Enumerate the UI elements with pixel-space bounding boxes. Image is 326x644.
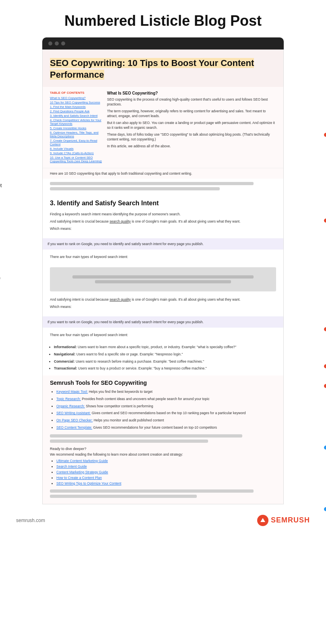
section-para-3: And satisfying intent is crucial because…: [50, 297, 276, 302]
blog-summary: Here are 10 SEO copywriting tips that ap…: [43, 168, 283, 179]
readings-dot: [324, 507, 326, 511]
body-item-3: Support each item on your list with:: [0, 244, 2, 251]
title-item-4: Include a Number: [0, 132, 2, 139]
toc-item-11[interactable]: 9. Include CTAs (Calls-to-Action): [50, 151, 102, 155]
footer: semrush.com SEMRUSH: [0, 508, 326, 533]
browser-bar: [42, 37, 284, 50]
body-annotation: Body Use an <H2> for each list item Numb…: [0, 215, 2, 320]
placeholder-bars-2: [50, 434, 276, 443]
blog-section-2: There are four main types of keyword sea…: [43, 252, 283, 264]
semrush-svg: [260, 517, 266, 524]
reading-item-5: SEO Writing Tips to Optimize Your Conten…: [56, 481, 276, 485]
toc-item-6[interactable]: 4. Check Competitors' Articles for Your …: [50, 118, 102, 126]
toc-box: TABLE OF CONTENTS What Is SEO Copywritin…: [50, 91, 102, 164]
body-list: Use an <H2> for each list item Number ea…: [0, 226, 2, 251]
toc-item-9[interactable]: 7. Create Organized, Easy-to-Read Conten…: [50, 139, 102, 146]
tool-item-6: SEO Content Template: Gives SEO recommen…: [56, 425, 276, 430]
browser-dot-3: [61, 41, 65, 45]
toc-item-5[interactable]: 3. Identify and Satisfy Search Intent: [50, 114, 102, 118]
bullet-dot: [324, 364, 326, 368]
bold-dot: [324, 384, 326, 388]
main-layout: Title Start with a number (Top 10, 5 Bes…: [10, 37, 316, 504]
tool-text-6: Gives SEO recommendations for your futur…: [93, 425, 217, 429]
intro-item-3: Write a Short or No Intro at All: [0, 198, 2, 205]
conclusion-list: Pull everything together by restating th…: [0, 340, 2, 413]
tool-link-4[interactable]: SEO Writing Assistant:: [56, 411, 91, 415]
toc-item-2[interactable]: 10 Tips for SEO Copywriting Success: [50, 101, 102, 104]
page-title: Numbered Listicle Blog Post: [0, 12, 326, 29]
tool-item-1: Keyword Magic Tool: Helps you find the b…: [56, 389, 276, 394]
conclusion-item-2: Include a call to action, such as a link…: [0, 363, 2, 397]
footer-domain: semrush.com: [16, 518, 45, 523]
reading-link-3[interactable]: Content Marketing Strategy Guide: [56, 470, 108, 474]
tool-link-1[interactable]: Keyword Magic Tool:: [56, 390, 88, 394]
conclusion-section: Semrush Tools for SEO Copywriting Keywor…: [43, 376, 283, 504]
bullet-label-2: Navigational:: [54, 352, 75, 356]
readings-annot: Includes a section with recommended read…: [324, 506, 326, 526]
what-is-para-3: But it can also apply to SEO. You can cr…: [107, 121, 276, 130]
blog-title: SEO Copywriting: 10 Tips to Boost Your C…: [50, 58, 254, 80]
bullet-text-4: Users want to buy a product or service. …: [78, 366, 207, 370]
reading-link-2[interactable]: Search Intent Guide: [56, 464, 87, 469]
body-extra: Use Concise Subheadings: [0, 313, 2, 320]
reading-list: Ultimate Content Marketing Guide Search …: [50, 459, 276, 485]
bullet-item-4: Transactional: Users want to buy a produ…: [54, 366, 276, 371]
quote-text-1: If you want to rank on Google, you need …: [47, 242, 204, 246]
tool-link-3[interactable]: Organic Research:: [56, 404, 85, 408]
explanation-dot: [324, 133, 326, 137]
blog-section-1: Finding a keyword's search intent means …: [43, 209, 283, 235]
intro-list: Open with your main selling point (How w…: [0, 160, 2, 205]
blog-section-3: And satisfying intent is crucial because…: [43, 295, 283, 314]
bullet-label-1: Informational:: [54, 345, 77, 349]
browser-content: SEO Copywriting: 10 Tips to Boost Your C…: [42, 50, 284, 504]
intro-item-1: Open with your main selling point (How w…: [0, 160, 2, 180]
tool-text-1: Helps you find the best keywords to targ…: [89, 390, 153, 394]
tool-link-2[interactable]: Topic Research:: [56, 397, 81, 401]
toc-item-3[interactable]: 1. Find the Main Keywords: [50, 105, 102, 109]
descriptive-dot: [324, 219, 326, 223]
right-annotations: Explanation Descriptive and numbered sub…: [324, 37, 326, 533]
toc-item-1[interactable]: What Is SEO Copywriting?: [50, 96, 102, 100]
blog-section-4: There are four main types of keyword sea…: [43, 330, 283, 342]
footer-logo-text: SEMRUSH: [271, 516, 310, 524]
body-sub-list: A supporting image (or even a video!) Ad…: [0, 253, 2, 310]
blog-h2: 3. Identify and Satisfy Search Intent: [43, 196, 283, 209]
toc-item-12[interactable]: 10. Use a Topic or Content SEO Copywriti…: [50, 156, 102, 163]
reading-link-1[interactable]: Ultimate Content Marketing Guide: [56, 459, 108, 463]
title-item-1: Start with a number (Top 10, 5 Best, 7 T…: [0, 85, 2, 98]
conclusion-section-title: Semrush Tools for SEO Copywriting: [50, 380, 276, 386]
reading-link-5[interactable]: SEO Writing Tips to Optimize Your Conten…: [56, 481, 121, 485]
bold-annot: Bold text: [324, 383, 326, 396]
semrush-icon: [257, 515, 268, 526]
blog-two-column: TABLE OF CONTENTS What Is SEO Copywritin…: [43, 87, 283, 168]
quote-box-1: If you want to rank on Google, you need …: [43, 238, 283, 250]
tool-item-4: SEO Writing Assistant: Gives content and…: [56, 411, 276, 416]
title-item-3: Include your target keyword: [0, 123, 2, 130]
bullet-item-1: Informational: Users want to learn more …: [54, 345, 276, 350]
intro-annotation: Introduction Open with your main selling…: [0, 149, 2, 205]
section-para-1: Finding a keyword's search intent means …: [50, 212, 276, 217]
tool-link-6[interactable]: SEO Content Template:: [56, 425, 92, 429]
bullet-label-4: Transactional:: [54, 366, 77, 370]
search-quality-link-2[interactable]: search quality: [109, 297, 130, 301]
bullet-annot: Bullet points: [324, 363, 326, 377]
toc-item-7[interactable]: 5. Create Irresistible Hooks: [50, 126, 102, 130]
img-bar-1: [72, 275, 254, 279]
conclusion-item-1: Pull everything together by restating th…: [0, 340, 2, 360]
bullet-text-1: Users want to learn more about a specifi…: [78, 345, 236, 349]
descriptive-annot: Descriptive and numbered subheading: [324, 218, 326, 238]
toc-item-8[interactable]: 6. Optimize Headers, Title Tags, and Met…: [50, 131, 102, 138]
body-extra-list: Use Concise Subheadings: [0, 313, 2, 320]
tool-link-5[interactable]: On Page SEO Checker:: [56, 418, 93, 422]
reading-item-2: Search Intent Guide: [56, 464, 276, 469]
browser-dot-1: [48, 41, 52, 45]
toc-title: TABLE OF CONTENTS: [50, 91, 102, 95]
toc-item-10[interactable]: 8. Include Visuals: [50, 147, 102, 151]
toc-item-4[interactable]: 2. Find Questions People Ask: [50, 109, 102, 113]
tools-annot: Provides tools as a bonus: [324, 445, 326, 458]
image-placeholder-1: [50, 267, 276, 291]
reading-link-4[interactable]: How to Create a Content Plan: [56, 476, 102, 480]
reading-item-1: Ultimate Content Marketing Guide: [56, 459, 276, 463]
body-item-2: Number each item if it makes sense: [0, 235, 2, 242]
search-quality-link[interactable]: search quality: [109, 219, 130, 223]
